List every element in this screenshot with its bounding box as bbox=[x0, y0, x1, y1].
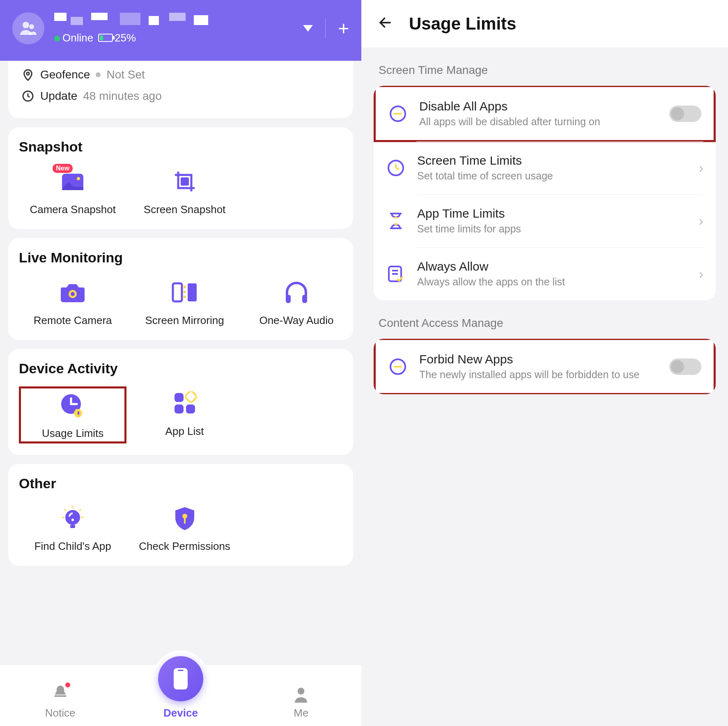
svg-rect-17 bbox=[78, 411, 79, 415]
device-screen: Online 25% + Geofence Not Set Upda bbox=[0, 0, 361, 726]
svg-rect-9 bbox=[173, 283, 182, 301]
clock-icon bbox=[386, 158, 406, 178]
svg-rect-21 bbox=[184, 391, 197, 403]
tile-camera-snapshot[interactable]: New Camera Snapshot bbox=[19, 165, 126, 218]
tile-label: Usage Limits bbox=[42, 427, 103, 440]
phone-icon bbox=[171, 666, 190, 691]
divider bbox=[325, 18, 326, 38]
section-title: Snapshot bbox=[19, 139, 342, 155]
tile-remote-camera[interactable]: Remote Camera bbox=[19, 276, 126, 329]
row-screen-time-limits[interactable]: Screen Time Limits Set total time of scr… bbox=[374, 141, 716, 194]
tile-label: Screen Snapshot bbox=[144, 203, 225, 216]
svg-rect-6 bbox=[181, 177, 189, 186]
toggle-forbid-new-apps[interactable] bbox=[669, 358, 701, 375]
row-subtitle: All apps will be disabled after turning … bbox=[419, 116, 658, 128]
tile-screen-mirroring[interactable]: Screen Mirroring bbox=[131, 276, 238, 329]
svg-rect-24 bbox=[70, 525, 75, 528]
page-header: Usage Limits bbox=[361, 0, 728, 48]
camera-icon bbox=[58, 278, 87, 307]
back-button[interactable] bbox=[378, 15, 393, 32]
mirror-icon bbox=[170, 278, 199, 307]
svg-point-35 bbox=[298, 688, 305, 695]
shield-icon bbox=[170, 504, 199, 533]
svg-point-1 bbox=[29, 24, 34, 29]
headphones-icon bbox=[282, 278, 311, 307]
svg-point-0 bbox=[23, 22, 29, 28]
tile-label: Camera Snapshot bbox=[30, 203, 116, 216]
disable-icon bbox=[388, 104, 408, 124]
live-monitoring-section: Live Monitoring Remote Camera Screen Mir… bbox=[8, 238, 353, 340]
device-header: Online 25% + bbox=[0, 0, 361, 61]
apps-icon bbox=[170, 389, 199, 418]
svg-point-2 bbox=[27, 72, 30, 75]
crop-icon bbox=[170, 167, 199, 196]
nav-label: Device bbox=[163, 707, 198, 719]
svg-rect-20 bbox=[186, 404, 195, 414]
svg-line-27 bbox=[79, 509, 81, 511]
svg-rect-19 bbox=[175, 404, 184, 414]
chevron-right-icon: › bbox=[699, 160, 703, 176]
svg-rect-13 bbox=[184, 296, 186, 298]
tile-label: Screen Mirroring bbox=[145, 314, 224, 327]
section-label: Screen Time Manage bbox=[379, 64, 711, 77]
usage-limits-icon bbox=[58, 391, 87, 420]
avatar[interactable] bbox=[12, 12, 44, 44]
tile-label: Check Permissions bbox=[139, 540, 230, 553]
svg-point-8 bbox=[71, 292, 75, 296]
tile-usage-limits[interactable]: Usage Limits bbox=[19, 386, 126, 443]
nav-notice[interactable]: Notice bbox=[0, 683, 119, 719]
people-icon bbox=[18, 18, 38, 38]
geofence-row[interactable]: Geofence Not Set bbox=[19, 64, 342, 85]
svg-point-22 bbox=[65, 510, 80, 525]
hourglass-icon bbox=[386, 211, 406, 231]
svg-rect-15 bbox=[302, 295, 307, 303]
svg-rect-14 bbox=[286, 295, 291, 303]
header-info: Online 25% bbox=[54, 13, 303, 44]
tile-screen-snapshot[interactable]: Screen Snapshot bbox=[131, 165, 238, 218]
status-dot-icon bbox=[96, 72, 101, 77]
battery-text: 25% bbox=[115, 32, 136, 44]
row-subtitle: Set total time of screen usage bbox=[417, 170, 687, 182]
page-title: Usage Limits bbox=[409, 14, 516, 34]
row-title: App Time Limits bbox=[417, 207, 687, 221]
snapshot-section: Snapshot New Camera Snapshot Screen Snap… bbox=[8, 127, 353, 229]
section-title: Other bbox=[19, 476, 342, 492]
person-icon bbox=[293, 686, 309, 704]
list-check-icon bbox=[386, 264, 406, 284]
tile-label: One-Way Audio bbox=[259, 314, 333, 327]
tile-label: Find Child's App bbox=[34, 540, 111, 553]
row-disable-all-apps[interactable]: Disable All Apps All apps will be disabl… bbox=[374, 86, 716, 142]
tile-one-way-audio[interactable]: One-Way Audio bbox=[243, 276, 350, 329]
nav-device-button[interactable] bbox=[158, 656, 203, 701]
notification-dot-icon bbox=[65, 682, 70, 687]
online-dot-icon bbox=[54, 36, 60, 41]
clock-icon bbox=[21, 90, 34, 103]
device-dropdown-icon[interactable] bbox=[303, 25, 313, 32]
other-section: Other Find Child's App Check Permissions bbox=[8, 464, 353, 566]
section-title: Live Monitoring bbox=[19, 250, 342, 266]
status-card: Geofence Not Set Update 48 minutes ago bbox=[8, 61, 353, 118]
update-row[interactable]: Update 48 minutes ago bbox=[19, 85, 342, 107]
tile-app-list[interactable]: App List bbox=[131, 386, 238, 443]
tile-check-permissions[interactable]: Check Permissions bbox=[131, 501, 238, 554]
content-access-card: Forbid New Apps The newly installed apps… bbox=[374, 339, 716, 394]
device-name-redacted bbox=[54, 13, 227, 28]
nav-label: Notice bbox=[45, 707, 76, 719]
row-forbid-new-apps[interactable]: Forbid New Apps The newly installed apps… bbox=[374, 339, 716, 394]
svg-point-23 bbox=[71, 519, 74, 521]
svg-rect-31 bbox=[184, 518, 186, 524]
tile-find-childs-app[interactable]: Find Child's App bbox=[19, 501, 126, 554]
toggle-disable-all-apps[interactable] bbox=[669, 106, 701, 122]
row-always-allow[interactable]: Always Allow Always allow the apps on th… bbox=[374, 247, 716, 300]
row-app-time-limits[interactable]: App Time Limits Set time limits for apps… bbox=[374, 194, 716, 247]
device-content: Geofence Not Set Update 48 minutes ago S… bbox=[0, 61, 361, 726]
row-subtitle: Set time limits for apps bbox=[417, 223, 687, 235]
svg-rect-34 bbox=[178, 670, 184, 671]
chevron-right-icon: › bbox=[699, 213, 703, 229]
nav-me[interactable]: Me bbox=[241, 686, 361, 719]
geofence-value: Not Set bbox=[106, 68, 145, 81]
pin-icon bbox=[21, 68, 34, 81]
add-device-button[interactable]: + bbox=[338, 19, 349, 38]
svg-point-5 bbox=[77, 177, 80, 180]
bottom-nav: Notice Device Me bbox=[0, 664, 361, 726]
